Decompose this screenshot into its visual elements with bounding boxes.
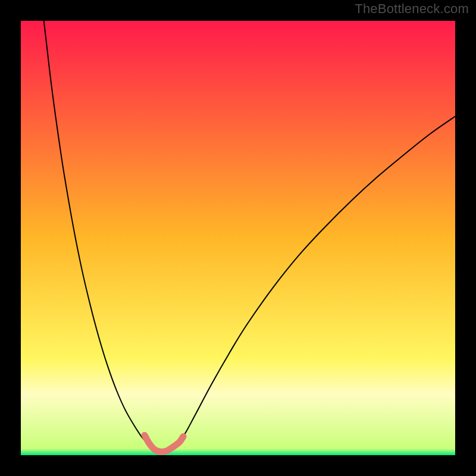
watermark-text: TheBottleneck.com xyxy=(355,1,469,17)
chart-stage: TheBottleneck.com xyxy=(0,0,476,476)
chart-background xyxy=(21,21,455,455)
chart-svg xyxy=(21,21,455,455)
plot-area xyxy=(21,21,455,455)
